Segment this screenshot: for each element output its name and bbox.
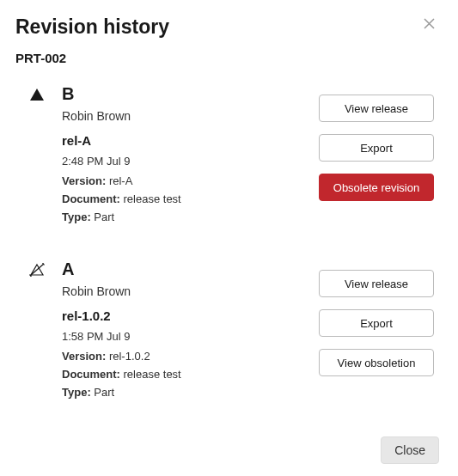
revision-row: B Robin Brown rel-A 2:48 PM Jul 9 Versio… bbox=[15, 84, 434, 259]
type-label: Type: bbox=[62, 386, 91, 399]
revision-document: Document: release test bbox=[62, 192, 303, 205]
document-value: release test bbox=[124, 192, 181, 205]
revision-author: Robin Brown bbox=[62, 109, 303, 123]
revision-author: Robin Brown bbox=[62, 284, 303, 298]
revision-actions: View release Export Obsolete revision bbox=[319, 84, 434, 229]
close-icon[interactable] bbox=[419, 15, 439, 32]
obsolete-revision-icon bbox=[29, 259, 46, 404]
document-label: Document: bbox=[62, 192, 120, 205]
revision-timestamp: 2:48 PM Jul 9 bbox=[62, 155, 303, 168]
view-release-button[interactable]: View release bbox=[319, 270, 434, 297]
dialog-footer: Close bbox=[15, 430, 439, 464]
version-label: Version: bbox=[62, 174, 106, 187]
revision-version: Version: rel-A bbox=[62, 174, 303, 187]
dialog-title: Revision history bbox=[15, 15, 169, 39]
part-number: PRT-002 bbox=[15, 51, 439, 65]
close-button[interactable]: Close bbox=[381, 436, 439, 464]
view-obsoletion-button[interactable]: View obsoletion bbox=[319, 349, 434, 376]
type-value: Part bbox=[94, 211, 114, 223]
version-label: Version: bbox=[62, 350, 106, 363]
current-revision-icon bbox=[29, 84, 46, 229]
version-value: rel-1.0.2 bbox=[109, 350, 150, 363]
type-value: Part bbox=[94, 386, 114, 399]
revision-row: A Robin Brown rel-1.0.2 1:58 PM Jul 9 Ve… bbox=[15, 259, 434, 430]
revision-type: Type: Part bbox=[62, 386, 303, 399]
revision-release-name: rel-1.0.2 bbox=[62, 308, 303, 323]
revision-letter: A bbox=[62, 259, 303, 279]
revision-type: Type: Part bbox=[62, 211, 303, 223]
revision-document: Document: release test bbox=[62, 368, 303, 381]
revision-timestamp: 1:58 PM Jul 9 bbox=[62, 330, 303, 343]
revision-actions: View release Export View obsoletion bbox=[319, 259, 434, 404]
revision-list-scroll[interactable]: B Robin Brown rel-A 2:48 PM Jul 9 Versio… bbox=[15, 74, 439, 430]
revision-info: A Robin Brown rel-1.0.2 1:58 PM Jul 9 Ve… bbox=[62, 259, 303, 404]
revision-info: B Robin Brown rel-A 2:48 PM Jul 9 Versio… bbox=[62, 84, 303, 229]
type-label: Type: bbox=[62, 211, 91, 223]
revision-version: Version: rel-1.0.2 bbox=[62, 350, 303, 363]
export-button[interactable]: Export bbox=[319, 134, 434, 162]
obsolete-revision-button[interactable]: Obsolete revision bbox=[319, 174, 434, 201]
revision-release-name: rel-A bbox=[62, 133, 303, 148]
document-value: release test bbox=[124, 368, 181, 381]
view-release-button[interactable]: View release bbox=[319, 95, 434, 122]
revision-history-dialog: Revision history PRT-002 B Robin Brown r… bbox=[0, 0, 458, 476]
document-label: Document: bbox=[62, 368, 120, 381]
export-button[interactable]: Export bbox=[319, 309, 434, 337]
dialog-header: Revision history bbox=[15, 15, 439, 51]
revision-letter: B bbox=[62, 84, 303, 104]
version-value: rel-A bbox=[109, 174, 132, 187]
